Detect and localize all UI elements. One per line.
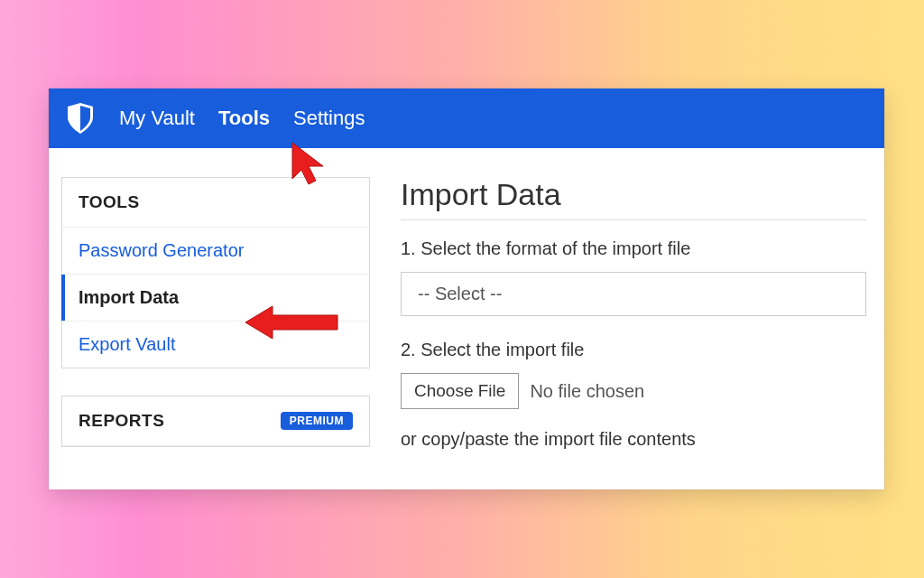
page-title: Import Data	[401, 177, 866, 212]
step1-label: 1. Select the format of the import file	[401, 238, 866, 259]
format-select[interactable]: -- Select --	[401, 272, 866, 316]
sidebar-item-password-generator[interactable]: Password Generator	[62, 228, 369, 275]
step2-label: 2. Select the import file	[401, 340, 866, 360]
file-row: Choose File No file chosen	[401, 373, 866, 409]
sidebar-tools-header: TOOLS	[62, 178, 369, 228]
sidebar: TOOLS Password Generator Import Data Exp…	[61, 177, 370, 474]
title-divider	[401, 219, 866, 220]
sidebar-reports-header: REPORTS PREMIUM	[62, 396, 369, 446]
content-area: TOOLS Password Generator Import Data Exp…	[49, 148, 884, 474]
main-panel: Import Data 1. Select the format of the …	[401, 177, 866, 474]
nav-my-vault[interactable]: My Vault	[119, 107, 195, 130]
nav-settings[interactable]: Settings	[293, 107, 365, 130]
paste-label: or copy/paste the import file contents	[401, 429, 866, 450]
sidebar-item-import-data[interactable]: Import Data	[62, 275, 369, 322]
top-nav: My Vault Tools Settings	[49, 89, 884, 148]
file-status: No file chosen	[530, 381, 644, 402]
sidebar-item-export-vault[interactable]: Export Vault	[62, 322, 369, 368]
shield-logo-icon[interactable]	[65, 100, 96, 136]
sidebar-tools-title: TOOLS	[79, 192, 140, 212]
nav-tools[interactable]: Tools	[218, 107, 270, 130]
sidebar-tools-group: TOOLS Password Generator Import Data Exp…	[61, 177, 370, 368]
sidebar-reports-title: REPORTS	[79, 411, 164, 431]
app-window: My Vault Tools Settings TOOLS Password G…	[49, 89, 884, 489]
choose-file-button[interactable]: Choose File	[401, 373, 519, 409]
sidebar-reports-group: REPORTS PREMIUM	[61, 396, 370, 447]
premium-badge: PREMIUM	[281, 412, 353, 430]
